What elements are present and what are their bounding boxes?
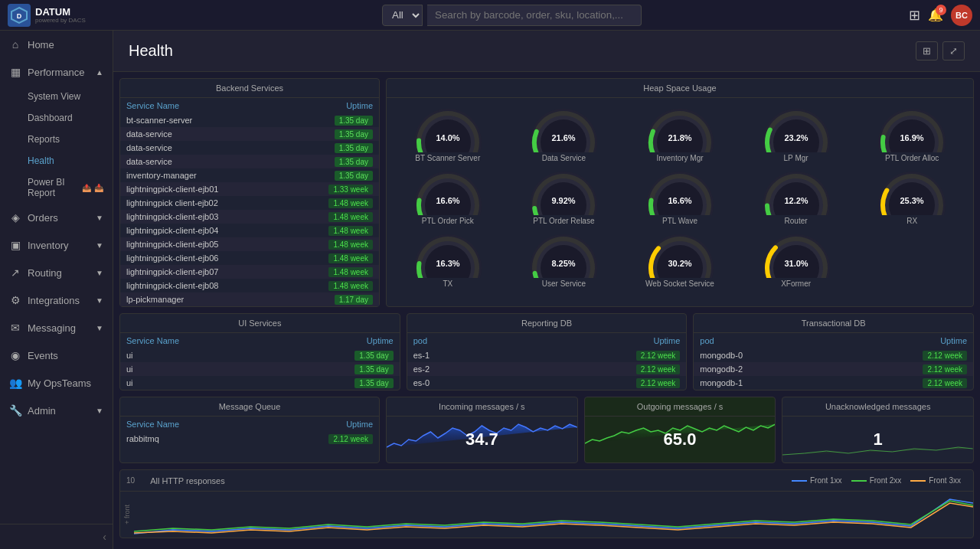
uptime-badge: 1.33 week <box>328 185 373 194</box>
gauge-item: 23.2% LP Mgr <box>740 103 853 162</box>
sidebar-item-dashboard[interactable]: Dashboard <box>0 107 113 129</box>
admin-icon: 🔧 <box>9 404 21 417</box>
gauge-svg: 8.25% <box>525 228 602 278</box>
notification-badge: 9 <box>936 5 946 15</box>
gauge-item: 16.3% TX <box>391 228 505 288</box>
notifications-button[interactable]: 🔔 9 <box>928 8 943 22</box>
sidebar-item-health[interactable]: Health <box>0 150 113 172</box>
backend-services-title: Backend Services <box>120 79 379 98</box>
backend-service-row: data-service1.35 day <box>120 141 379 155</box>
sidebar-item-messaging[interactable]: ✉ Messaging ▼ <box>0 314 113 341</box>
gauge-item: 16.6% PTL Wave <box>623 165 737 225</box>
reporting-db-row: es-22.12 week <box>407 362 687 376</box>
legend-label-3xx: Front 3xx <box>929 476 961 485</box>
sidebar-item-system-view[interactable]: System View <box>0 86 113 107</box>
transactional-db-row: mongodb-22.12 week <box>694 362 973 376</box>
rdb-col-uptime: Uptime <box>619 336 680 345</box>
search-input[interactable] <box>427 5 642 26</box>
topbar: D DATUM powered by DACS All ⊞ 🔔 9 BC <box>0 0 980 31</box>
uptime-badge: 1.48 week <box>328 198 373 208</box>
sidebar-item-power-bi[interactable]: Power BI Report 📤 📥 <box>0 172 113 204</box>
uptime-badge: 1.48 week <box>328 267 373 277</box>
outgoing-messages-value: 65.0 <box>664 430 697 449</box>
outgoing-chart-area: 65.0 <box>585 417 776 462</box>
mq-service-row: rabbitmq2.12 week <box>120 432 379 446</box>
sidebar-item-reports[interactable]: Reports <box>0 129 113 150</box>
gauge-svg: 12.2% <box>758 165 835 215</box>
uptime-badge: 1.48 week <box>328 253 373 263</box>
y-axis-label: 10 <box>126 476 135 485</box>
uptime-badge: 1.35 day <box>354 364 393 374</box>
user-avatar[interactable]: BC <box>951 5 972 26</box>
ui-service-row: ui1.35 day <box>120 376 400 390</box>
gauge-label: XFormer <box>781 279 811 288</box>
mq-rows: rabbitmq2.12 week <box>120 432 379 446</box>
rdb-col-pod: pod <box>413 336 619 345</box>
sidebar-collapse-button[interactable]: ‹ <box>96 524 113 549</box>
integrations-expand-icon: ▼ <box>96 296 103 305</box>
backend-service-row: bt-scanner-server1.35 day <box>120 113 379 127</box>
backend-service-row: lp-pickmanager1.17 day <box>120 292 379 306</box>
events-icon: ◉ <box>9 349 21 361</box>
inventory-expand-icon: ▼ <box>96 241 103 250</box>
sidebar-label-performance: Performance <box>28 67 84 78</box>
unacknowledged-messages-title: Unacknowledged messages <box>782 397 973 417</box>
gauge-item: 16.6% PTL Order Pick <box>391 165 505 225</box>
sidebar-label-reports: Reports <box>28 134 60 145</box>
ui-services-rows: ui1.35 dayui1.35 dayui1.35 day <box>120 348 400 390</box>
incoming-messages-value: 34.7 <box>466 430 498 449</box>
col-uptime: Uptime <box>312 101 373 110</box>
reporting-db-row: es-12.12 week <box>407 348 687 362</box>
sidebar-item-events[interactable]: ◉ Events <box>0 341 113 369</box>
gauge-item: 25.3% RX <box>855 165 969 225</box>
sidebar-item-performance[interactable]: ▦ Performance ▲ <box>0 58 113 86</box>
http-y-axis-label: + front <box>120 502 134 528</box>
gauge-item: 30.2% Web Socket Service <box>623 228 737 288</box>
powerbi-download-icon: 📥 <box>94 184 103 192</box>
page-actions: ⊞ ⤢ <box>916 41 965 60</box>
sidebar-item-inventory[interactable]: ▣ Inventory ▼ <box>0 231 113 259</box>
legend-label-1xx: Front 1xx <box>810 476 842 485</box>
reporting-db-rows: es-12.12 weekes-22.12 weekes-02.12 week <box>407 348 687 390</box>
sidebar-label-inventory: Inventory <box>28 240 68 251</box>
inventory-icon: ▣ <box>9 239 21 251</box>
gauge-svg: 16.6% <box>410 165 486 215</box>
messaging-expand-icon: ▼ <box>96 324 103 332</box>
tdb-col-uptime: Uptime <box>906 336 967 345</box>
gauge-label: LP Mgr <box>784 154 808 162</box>
uptime-badge: 1.48 week <box>328 212 373 222</box>
backend-service-row: lightningpick-client-ejb041.48 week <box>120 224 379 237</box>
topbar-right: ⊞ 🔔 9 BC <box>909 5 972 26</box>
sidebar-item-routing[interactable]: ↗ Routing ▼ <box>0 259 113 286</box>
backend-service-row: lightningpick-client-ejb061.48 week <box>120 251 379 265</box>
grid-view-button[interactable]: ⊞ <box>916 41 938 60</box>
integrations-icon: ⚙ <box>9 294 21 306</box>
incoming-messages-title: Incoming messages / s <box>387 397 577 417</box>
gauge-label: Data Service <box>542 154 586 162</box>
svg-text:16.9%: 16.9% <box>900 133 924 142</box>
gauge-label: Web Socket Service <box>645 279 714 288</box>
routing-icon: ↗ <box>9 266 21 279</box>
sidebar-item-integrations[interactable]: ⚙ Integrations ▼ <box>0 286 113 314</box>
backend-service-row: lightningpick-client-ejb031.48 week <box>120 210 379 224</box>
sidebar-item-myopsteams[interactable]: 👥 My OpsTeams <box>0 369 113 397</box>
grid-icon[interactable]: ⊞ <box>909 7 920 24</box>
sidebar-label-admin: Admin <box>28 405 56 417</box>
sidebar-item-orders[interactable]: ◈ Orders ▼ <box>0 204 113 231</box>
fullscreen-button[interactable]: ⤢ <box>942 41 965 60</box>
gauge-label: PTL Wave <box>662 217 697 225</box>
gauge-svg: 31.0% <box>758 228 835 278</box>
ui-service-row: ui1.35 day <box>120 362 400 376</box>
uptime-badge: 1.35 day <box>335 129 373 139</box>
sidebar-item-admin[interactable]: 🔧 Admin ▼ <box>0 397 113 424</box>
main-content: Health ⊞ ⤢ Backend Services Service Name… <box>113 31 980 549</box>
uptime-badge: 1.48 week <box>328 226 373 236</box>
sidebar-item-home[interactable]: ⌂ Home <box>0 31 113 58</box>
uptime-badge: 1.35 day <box>335 171 373 181</box>
myopsteams-icon: 👥 <box>9 377 21 389</box>
search-filter-select[interactable]: All <box>382 5 423 26</box>
messaging-icon: ✉ <box>9 322 21 334</box>
orders-icon: ◈ <box>9 211 21 224</box>
gauge-label: BT Scanner Server <box>415 154 480 162</box>
unacknowledged-messages-value: 1 <box>874 430 883 449</box>
